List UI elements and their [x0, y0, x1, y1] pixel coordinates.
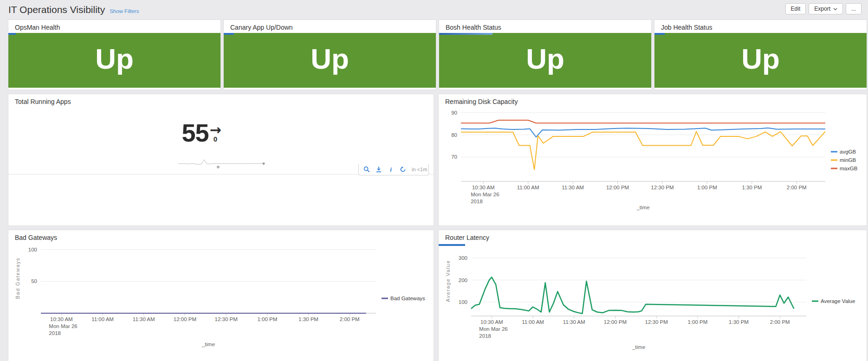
y-tick-label: 90: [451, 110, 457, 116]
chevron-down-icon: [833, 7, 837, 11]
router-latency-chart: 30020010010:30 AMMon Mar 26201811:00 AM1…: [444, 246, 862, 359]
svg-text:i: i: [390, 166, 392, 173]
top-bar: IT Operations VisibilityShow Filters Edi…: [0, 0, 868, 19]
y-tick-label: 200: [459, 277, 467, 283]
x-tick-label: 11:00 AM: [522, 319, 544, 325]
x-tick-label: 11:30 AM: [563, 319, 585, 325]
loading-progress-bar: [8, 33, 16, 35]
panel-title: Total Running Apps: [8, 94, 434, 107]
x-tick-label: 10:30 AM: [480, 319, 503, 325]
loading-progress-bar: [224, 33, 234, 35]
more-button-label: ...: [851, 6, 856, 12]
x-tick-label: 11:00 AM: [517, 185, 539, 190]
single-stat: 55 → 0: [8, 107, 434, 158]
export-button[interactable]: Export: [809, 3, 843, 14]
x-tick-label: 12:00 PM: [174, 316, 196, 322]
x-tick-label: 2:00 PM: [787, 185, 807, 190]
panel-title: Canary App Up/Down: [224, 20, 436, 33]
sparkline-handle-dot[interactable]: [217, 166, 220, 168]
header-actions: Edit Export ...: [785, 3, 862, 14]
stat-value: 55: [181, 118, 208, 147]
panel-remaining-disk-capacity: Remaining Disk Capacity 90807010:30 AMMo…: [438, 94, 867, 226]
y-tick-label: 50: [31, 278, 37, 284]
panel-job-health: Job Health Status Up: [654, 19, 867, 90]
panel-router-latency: Router Latency 30020010010:30 AMMon Mar …: [438, 230, 867, 361]
loading-progress-bar: [439, 33, 492, 35]
x-tick-label: 2018: [479, 333, 491, 339]
x-tick-label: 2:00 PM: [340, 316, 360, 322]
panel-bad-gateways: Bad Gateways 1005010:30 AMMon Mar 262018…: [8, 230, 434, 361]
x-axis-label: _time: [636, 205, 649, 210]
zoom-search-icon[interactable]: [363, 166, 370, 173]
y-tick-label: 70: [451, 154, 457, 160]
y-tick-label: 100: [459, 299, 467, 305]
panel-canary-app: Canary App Up/Down Up: [223, 19, 436, 90]
status-tile-row: OpsMan Health Up Canary App Up/Down Up B…: [8, 19, 867, 90]
more-button[interactable]: ...: [846, 3, 862, 14]
x-tick-label: 1:30 PM: [742, 185, 762, 190]
y-axis-label: Bad Gateways: [15, 258, 20, 299]
series-line-Average Value: [471, 277, 794, 313]
x-tick-label: Mon Mar 26: [471, 192, 499, 197]
refresh-icon[interactable]: [400, 166, 406, 173]
panel-opsman-health: OpsMan Health Up: [8, 19, 221, 90]
panel-title: Job Health Status: [654, 20, 867, 33]
export-download-icon[interactable]: [376, 166, 382, 173]
x-tick-label: 11:30 AM: [133, 316, 155, 322]
page-title: IT Operations Visibility: [8, 4, 105, 15]
x-axis-label: _time: [201, 342, 215, 347]
status-value: Up: [526, 45, 564, 76]
info-icon[interactable]: i: [388, 166, 394, 173]
x-tick-label: 10:30 AM: [472, 185, 495, 190]
legend-item[interactable]: minGB: [840, 157, 856, 163]
panel-title: OpsMan Health: [8, 20, 220, 33]
refresh-countdown: in <1m: [412, 167, 427, 172]
x-tick-label: 12:00 PM: [606, 185, 629, 190]
trend-arrow-icon: →: [209, 125, 221, 135]
x-tick-label: 11:30 AM: [562, 185, 584, 190]
x-tick-label: Mon Mar 26: [479, 326, 507, 332]
x-tick-label: 1:30 PM: [298, 316, 318, 322]
x-tick-label: 1:00 PM: [257, 316, 277, 322]
y-tick-label: 300: [459, 255, 467, 261]
legend-item[interactable]: Bad Gateways: [390, 296, 425, 301]
panel-bosh-health: Bosh Health Status Up: [439, 19, 652, 90]
status-tile: Up: [8, 33, 220, 88]
x-tick-label: 12:00 PM: [604, 319, 627, 325]
edit-button[interactable]: Edit: [785, 3, 806, 14]
x-tick-label: 2018: [471, 199, 483, 204]
status-value: Up: [741, 45, 780, 76]
edit-button-label: Edit: [791, 6, 801, 12]
panel-total-running-apps: Total Running Apps 55 → 0 i in <1m: [8, 94, 434, 226]
panel-title: Bosh Health Status: [439, 20, 651, 33]
series-line-maxGB: [461, 120, 825, 123]
disk-capacity-chart: 90807010:30 AMMon Mar 26201811:00 AM11:3…: [444, 107, 862, 221]
x-tick-label: 11:00 AM: [91, 316, 114, 322]
x-tick-label: 1:00 PM: [697, 185, 717, 190]
panel-title: Remaining Disk Capacity: [439, 94, 867, 107]
panel-title: Bad Gateways: [8, 230, 434, 243]
status-tile: Up: [224, 33, 436, 88]
x-axis-label: _time: [632, 344, 645, 350]
show-filters-link[interactable]: Show Filters: [110, 8, 139, 14]
series-line-minGB: [461, 131, 825, 169]
legend-item[interactable]: avgGB: [840, 149, 856, 155]
x-tick-label: 2018: [49, 330, 61, 336]
sparkline-end-dot: [263, 162, 265, 165]
y-axis-label: Average Value: [445, 260, 451, 302]
stat-trend: → 0: [209, 125, 221, 142]
x-tick-label: 1:30 PM: [729, 319, 749, 325]
panel-title: Router Latency: [439, 230, 867, 243]
status-tile: Up: [654, 33, 867, 88]
panel-refresh-toolbar: i in <1m: [358, 164, 429, 175]
x-tick-label: Mon Mar 26: [49, 323, 77, 329]
status-tile: Up: [439, 33, 651, 88]
status-value: Up: [95, 45, 134, 76]
legend-item[interactable]: Average Value: [821, 298, 855, 304]
x-tick-label: 2:00 PM: [770, 319, 790, 325]
x-tick-label: 12:30 PM: [645, 319, 668, 325]
x-tick-label: 12:30 PM: [651, 185, 674, 190]
legend-item[interactable]: maxGB: [840, 166, 858, 171]
sparkline-path: [178, 160, 264, 164]
status-value: Up: [311, 45, 349, 76]
